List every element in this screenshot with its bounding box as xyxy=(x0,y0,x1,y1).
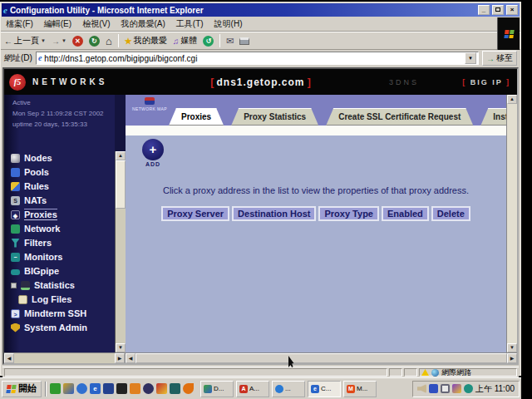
volume-icon[interactable] xyxy=(417,384,426,393)
quicklaunch-icon-7[interactable] xyxy=(130,383,140,394)
address-input[interactable]: e http://dns1.getop.com/bigipgui/bigconf… xyxy=(36,52,479,65)
sidebar-item-system-admin[interactable]: System Admin xyxy=(11,323,114,332)
back-dropdown-icon[interactable]: ▼ xyxy=(41,38,46,43)
status-bar: 網際網路 xyxy=(2,367,519,377)
scrollbar-track[interactable] xyxy=(14,353,115,363)
address-dropdown-icon[interactable]: ▼ xyxy=(465,52,476,64)
network-status-icon[interactable] xyxy=(464,384,473,393)
scroll-right-icon[interactable]: ▶ xyxy=(115,353,125,363)
quicklaunch-icon-9[interactable] xyxy=(156,383,167,394)
network-icon xyxy=(11,224,20,234)
forward-button[interactable]: → ▼ xyxy=(52,37,66,46)
start-button[interactable]: 開始 xyxy=(2,381,42,397)
hostname: [ dns1.getop.com ] xyxy=(4,76,517,88)
history-icon[interactable]: ↺ xyxy=(203,36,214,47)
quicklaunch-icon-6[interactable] xyxy=(116,383,127,394)
tab-strip: NETWORK MAP Proxies Proxy Statistics Cre… xyxy=(126,95,506,126)
quicklaunch-ie-icon[interactable]: e xyxy=(90,383,101,394)
menu-favorites[interactable]: 我的最愛(A) xyxy=(121,18,165,30)
sidebar-item-statistics[interactable]: Statistics xyxy=(11,280,114,290)
menu-file[interactable]: 檔案(F) xyxy=(6,18,33,30)
home-icon[interactable]: ⌂ xyxy=(106,35,112,47)
sidebar-item-proxies[interactable]: ◈ Proxies xyxy=(11,209,114,219)
back-button[interactable]: ← 上一頁 ▼ xyxy=(4,35,46,47)
taskbar-window-button-3[interactable]: ... xyxy=(272,381,305,397)
url-text[interactable]: http://dns1.getop.com/bigipgui/bigconf.c… xyxy=(44,54,462,63)
sidebar-item-network[interactable]: Network xyxy=(11,224,114,234)
statistics-expander-icon[interactable] xyxy=(11,283,17,288)
print-icon[interactable] xyxy=(239,37,249,45)
quicklaunch-icon-8[interactable] xyxy=(143,383,154,394)
sidebar-item-rules[interactable]: Rules xyxy=(11,181,114,191)
scrollbar-track[interactable] xyxy=(507,104,517,343)
main-scrollbar: ▲ ▼ xyxy=(506,95,517,352)
media-button[interactable]: ♫ 媒體 xyxy=(173,35,198,47)
menu-view[interactable]: 檢視(V) xyxy=(82,18,110,30)
mail-icon[interactable]: ✉ xyxy=(226,36,234,47)
sidebar-item-log-files[interactable]: Log Files xyxy=(18,294,114,304)
log-files-icon xyxy=(18,295,27,304)
sidebar-hscrollbar: ◀ ▶ xyxy=(4,353,126,363)
back-icon: ← xyxy=(4,37,12,46)
statistics-icon xyxy=(21,281,30,290)
sidebar-item-filters[interactable]: Filters xyxy=(11,238,114,248)
tray-app-icon[interactable] xyxy=(452,384,461,393)
toolbar: ← 上一頁 ▼ → ▼ ✕ ↻ ⌂ ★ 我的最愛 ♫ 媒體 ↺ ✉ xyxy=(1,32,520,50)
horizontal-scrollbars: ◀ ▶ ◀ ▶ xyxy=(4,352,517,363)
scroll-left-icon[interactable]: ◀ xyxy=(126,353,135,363)
sidebar-item-monitors[interactable]: ~ Monitors xyxy=(11,252,114,262)
proxies-icon: ◈ xyxy=(11,210,20,219)
quicklaunch-icon-11[interactable] xyxy=(183,383,194,394)
forward-dropdown-icon[interactable]: ▼ xyxy=(62,38,66,43)
taskbar-window-button-2[interactable]: A A... xyxy=(236,381,269,397)
minimize-button[interactable]: _ xyxy=(478,5,490,15)
tab-create-ssl-certificate-request[interactable]: Create SSL Certificate Request xyxy=(326,108,473,126)
sidebar: Active Mon Sep 2 11:09:28 CST 2002 uptim… xyxy=(4,95,115,352)
tab-proxy-statistics[interactable]: Proxy Statistics xyxy=(231,108,318,126)
sidebar-item-mindterm-ssh[interactable]: > Mindterm SSH xyxy=(11,308,114,318)
quicklaunch-icon-1[interactable] xyxy=(50,383,61,394)
scrollbar-track[interactable] xyxy=(116,209,126,343)
ie-app-icon: e xyxy=(3,5,7,15)
mindterm-ssh-icon: > xyxy=(11,309,20,318)
column-proxy-server: Proxy Server xyxy=(161,206,229,221)
sidebar-item-bigpipe[interactable]: BIGpipe xyxy=(11,266,114,276)
taskbar-window-button-5[interactable]: M M... xyxy=(343,381,377,397)
scrollbar-thumb[interactable] xyxy=(116,160,126,209)
rules-icon xyxy=(11,182,20,191)
restore-button[interactable] xyxy=(492,5,504,15)
scroll-up-icon[interactable]: ▲ xyxy=(116,151,126,160)
sidebar-item-nodes[interactable]: Nodes xyxy=(11,153,114,163)
refresh-icon[interactable]: ↻ xyxy=(89,36,100,47)
scroll-down-icon[interactable]: ▼ xyxy=(116,343,126,352)
quicklaunch-icon-10[interactable] xyxy=(170,383,180,394)
display-icon[interactable] xyxy=(441,384,450,393)
favorites-button[interactable]: ★ 我的最愛 xyxy=(125,35,167,47)
tab-install-ssl-certificate[interactable]: Install SSL Certif xyxy=(480,108,506,126)
quicklaunch-icon-5[interactable] xyxy=(103,383,114,394)
tab-proxies[interactable]: Proxies xyxy=(169,108,224,126)
network-map-button[interactable]: NETWORK MAP xyxy=(130,97,170,111)
close-button[interactable]: × xyxy=(506,5,518,15)
sidebar-item-pools[interactable]: Pools xyxy=(11,167,114,177)
scroll-down-icon[interactable]: ▼ xyxy=(507,343,517,352)
stop-icon[interactable]: ✕ xyxy=(72,36,83,47)
menu-tools[interactable]: 工具(T) xyxy=(176,18,204,30)
scrollbar-thumb[interactable] xyxy=(135,353,507,363)
taskbar-window-button-1[interactable]: D... xyxy=(200,381,234,397)
menu-help[interactable]: 說明(H) xyxy=(214,18,243,30)
menu-edit[interactable]: 編輯(E) xyxy=(44,18,71,30)
taskbar-divider xyxy=(45,382,47,397)
quicklaunch-icon-3[interactable] xyxy=(76,383,87,394)
add-proxy-button[interactable]: + ADD xyxy=(140,139,165,167)
scroll-up-icon[interactable]: ▲ xyxy=(507,95,517,104)
sidebar-item-nats[interactable]: S NATs xyxy=(11,195,114,205)
quicklaunch-icon-2[interactable] xyxy=(63,383,74,394)
scroll-right-icon[interactable]: ▶ xyxy=(507,353,517,363)
go-button[interactable]: → 移至 xyxy=(482,51,517,66)
window-icon xyxy=(204,385,212,393)
column-enabled: Enabled xyxy=(382,206,429,221)
messenger-icon[interactable] xyxy=(429,384,438,393)
scroll-left-icon[interactable]: ◀ xyxy=(4,353,14,363)
taskbar-window-button-4-active[interactable]: e C... xyxy=(308,381,341,397)
